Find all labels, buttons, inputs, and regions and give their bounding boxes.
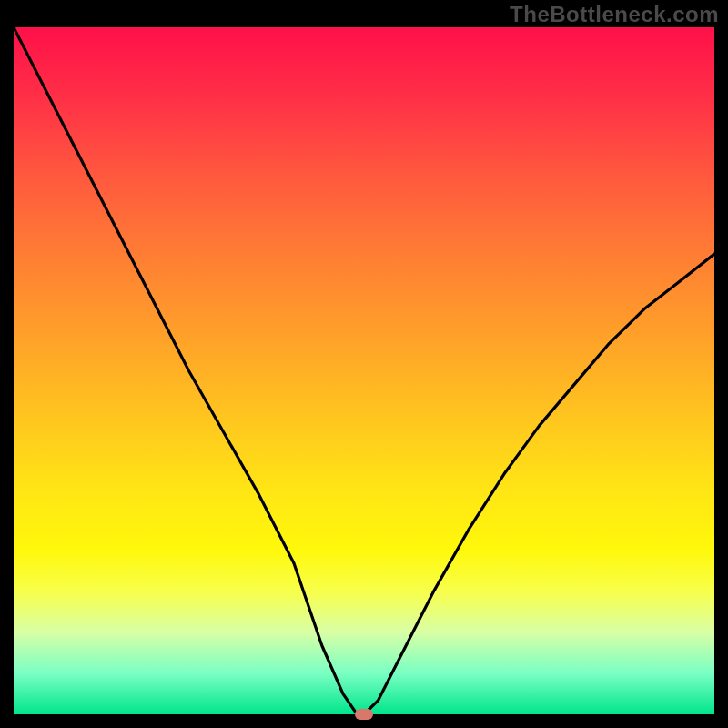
optimum-marker	[355, 709, 373, 720]
chart-frame: TheBottleneck.com	[0, 0, 728, 728]
attribution-label: TheBottleneck.com	[510, 2, 719, 27]
plot-area	[14, 27, 714, 714]
bottleneck-curve	[14, 27, 714, 714]
